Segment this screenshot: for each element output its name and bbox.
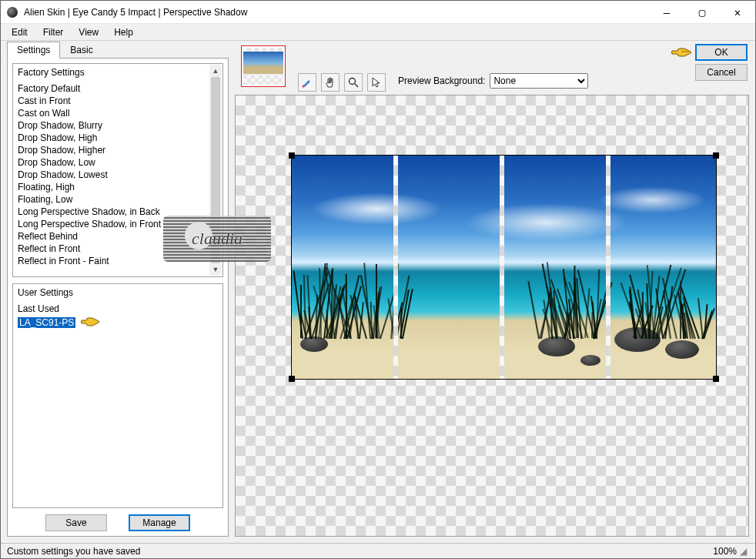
factory-item[interactable]: Drop Shadow, Blurry	[18, 119, 218, 132]
resize-grip-icon[interactable]: ◢	[737, 546, 749, 557]
cancel-button[interactable]: Cancel	[695, 64, 748, 81]
window-title: Alien Skin | Eye Candy 5 Impact | Perspe…	[24, 7, 649, 18]
factory-item[interactable]: Drop Shadow, High	[18, 132, 218, 144]
scroll-thumb[interactable]	[211, 77, 220, 263]
svg-point-0	[303, 85, 305, 88]
minimize-button[interactable]: —	[649, 1, 684, 23]
main-content: Settings Basic Factory Settings Factory …	[1, 41, 755, 543]
zoom-level: 100%	[713, 546, 737, 557]
manage-button[interactable]: Manage	[129, 514, 190, 531]
factory-item[interactable]: Cast in Front	[18, 95, 218, 107]
menu-filter[interactable]: Filter	[37, 25, 70, 39]
tab-strip: Settings Basic	[7, 41, 229, 58]
close-button[interactable]: ✕	[720, 1, 755, 23]
maximize-button[interactable]: ▢	[684, 1, 720, 23]
preview-background-control: Preview Background: None	[398, 73, 588, 89]
window-titlebar: Alien Skin | Eye Candy 5 Impact | Perspe…	[1, 1, 755, 24]
brush-tool-icon[interactable]	[298, 73, 316, 92]
zoom-tool-icon[interactable]	[344, 73, 363, 92]
right-area: Preview Background: None OK Cancel	[235, 41, 755, 543]
preview-pane[interactable]	[235, 95, 749, 537]
status-text: Custom settings you have saved	[7, 546, 140, 557]
left-panel: Settings Basic Factory Settings Factory …	[1, 41, 235, 543]
scroll-up-icon[interactable]: ▲	[209, 65, 222, 77]
status-bar: Custom settings you have saved 100% ◢	[1, 543, 755, 558]
factory-item[interactable]: Long Perspective Shadow, in Back	[18, 206, 218, 218]
user-item[interactable]: Last Used	[18, 303, 59, 315]
factory-item[interactable]: Reflect in Front - Faint	[18, 255, 218, 267]
user-settings-list[interactable]: User Settings Last UsedLA_SC91-PS	[12, 283, 223, 508]
factory-item[interactable]: Drop Shadow, Higher	[18, 144, 218, 156]
factory-settings-title: Factory Settings	[13, 64, 222, 82]
settings-panel: Factory Settings Factory DefaultCast in …	[7, 58, 229, 537]
factory-scrollbar[interactable]: ▲ ▼	[209, 65, 222, 276]
factory-item[interactable]: Factory Default	[18, 82, 218, 95]
menu-view[interactable]: View	[72, 25, 105, 39]
tab-basic[interactable]: Basic	[60, 42, 102, 59]
scroll-down-icon[interactable]: ▼	[209, 263, 222, 276]
preview-canvas[interactable]	[291, 155, 717, 380]
dialog-buttons: OK Cancel	[695, 44, 748, 81]
pointer-tool-icon[interactable]	[367, 73, 386, 92]
factory-item[interactable]: Drop Shadow, Low	[18, 156, 218, 169]
factory-item[interactable]: Drop Shadow, Lowest	[18, 169, 218, 181]
tab-settings[interactable]: Settings	[7, 42, 60, 59]
factory-item[interactable]: Reflect Behind	[18, 230, 218, 243]
settings-button-row: Save Manage	[12, 508, 223, 531]
app-icon	[7, 7, 18, 18]
factory-item[interactable]: Long Perspective Shadow, in Front	[18, 218, 218, 230]
tool-buttons	[298, 73, 386, 92]
menubar: Edit Filter View Help	[1, 24, 755, 41]
factory-item[interactable]: Reflect in Front	[18, 243, 218, 255]
preview-thumbnail[interactable]	[241, 45, 286, 87]
ok-button[interactable]: OK	[695, 44, 748, 61]
preview-background-label: Preview Background:	[398, 75, 485, 86]
svg-point-1	[350, 79, 356, 85]
menu-help[interactable]: Help	[108, 25, 139, 39]
preview-background-select[interactable]: None	[490, 73, 588, 89]
svg-line-2	[355, 84, 358, 87]
factory-item[interactable]: Cast on Wall	[18, 107, 218, 119]
user-settings-title: User Settings	[13, 284, 222, 303]
pointer-hand-icon	[671, 45, 692, 62]
save-button[interactable]: Save	[45, 514, 107, 531]
factory-item[interactable]: Floating, Low	[18, 193, 218, 206]
factory-item[interactable]: Floating, High	[18, 181, 218, 193]
pointer-hand-icon	[80, 316, 100, 330]
hand-tool-icon[interactable]	[321, 73, 340, 92]
menu-edit[interactable]: Edit	[5, 25, 34, 39]
user-item[interactable]: LA_SC91-PS	[18, 317, 75, 328]
factory-settings-list[interactable]: Factory Settings Factory DefaultCast in …	[12, 63, 223, 277]
